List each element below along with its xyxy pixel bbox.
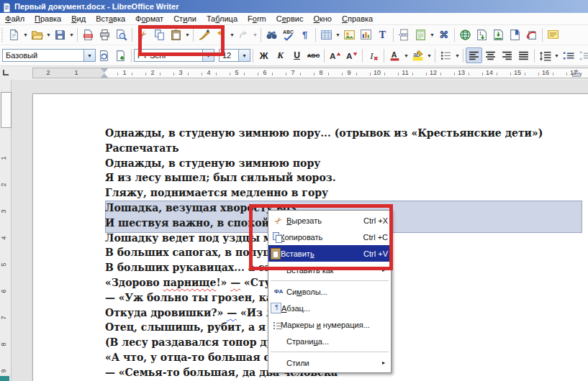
ruler-number: 7: [0, 316, 7, 319]
align-left-button[interactable]: [466, 47, 482, 63]
strikethrough-button[interactable]: ABC: [305, 47, 322, 63]
title-bar[interactable]: Первый документ.docx - LibreOffice Write…: [0, 0, 588, 13]
increase-font-size-button[interactable]: А: [327, 47, 343, 63]
context-menu-item-styles[interactable]: Стили▸: [268, 354, 391, 371]
open-dropdown[interactable]: ▼: [45, 32, 52, 37]
insert-chart-button[interactable]: [358, 27, 374, 43]
spelling-button[interactable]: ABC: [280, 27, 297, 43]
highlight-color-dropdown[interactable]: ▼: [426, 53, 433, 58]
document-text-line[interactable]: «А что, у отца-то большая сем: [105, 352, 285, 363]
paragraph-style-combo[interactable]: Базовый ▼: [2, 49, 96, 62]
track-changes-button[interactable]: [523, 27, 540, 43]
align-center-button[interactable]: [482, 47, 499, 63]
print-preview-button[interactable]: [113, 27, 130, 43]
undo-dropdown[interactable]: ▼: [229, 32, 235, 37]
redo-dropdown[interactable]: ▼: [252, 32, 258, 37]
line-spacing-button[interactable]: [537, 47, 553, 63]
document-text-line[interactable]: Однажды, в студеную зимнюю пору: [105, 157, 320, 169]
formatting-marks-button[interactable]: ¶: [297, 27, 313, 43]
bullets-button[interactable]: [438, 47, 454, 63]
update-style-button[interactable]: [96, 47, 112, 63]
context-menu-item-bullets-numbering[interactable]: Маркеры и нумерация...: [268, 316, 391, 333]
context-menu-item-symbols[interactable]: Символы...: [268, 283, 391, 300]
ruler-number: 11: [402, 69, 408, 76]
menubar-item-window[interactable]: Окно: [308, 14, 337, 24]
document-text-line[interactable]: Однажды, в студеную зимнюю пору... (отры…: [105, 127, 543, 139]
hyperlink-button[interactable]: [457, 27, 474, 43]
document-text-line[interactable]: — «Уж больно ты грозен, как я: [105, 292, 291, 303]
document-text-line[interactable]: Отец, слышишь, рубит, а я от: [105, 321, 282, 333]
insert-field-button[interactable]: [412, 27, 429, 43]
ruler-number: 6: [263, 69, 266, 76]
document-text-line[interactable]: Распечатать: [105, 142, 179, 154]
align-right-button[interactable]: [499, 47, 515, 63]
new-document-dropdown[interactable]: ▼: [22, 32, 29, 37]
italic-icon: K: [277, 50, 284, 61]
context-menu-item-paragraph[interactable]: Абзац...: [268, 300, 391, 316]
font-color-dropdown[interactable]: ▼: [403, 53, 410, 58]
bullets-dropdown[interactable]: ▼: [454, 53, 461, 58]
find-replace-button[interactable]: [263, 27, 280, 43]
underline-button[interactable]: U: [289, 47, 305, 63]
bold-button[interactable]: Ж: [255, 47, 272, 63]
toolbar-drag-handle[interactable]: [1, 28, 4, 42]
menubar-item-table[interactable]: Таблица: [202, 14, 243, 24]
ruler-number: 8: [0, 342, 7, 346]
save-dropdown[interactable]: ▼: [68, 32, 75, 37]
font-color-button[interactable]: А: [386, 47, 403, 63]
paragraph-space-increase-button[interactable]: [560, 47, 576, 63]
menubar-item-edit[interactable]: Правка: [30, 14, 66, 24]
italic-button[interactable]: K: [272, 47, 289, 63]
decrease-font-size-button[interactable]: А: [343, 47, 360, 63]
window-title: Первый документ.docx - LibreOffice Write…: [14, 2, 178, 11]
paragraph-space-decrease-button[interactable]: [576, 47, 588, 63]
paragraph-style-dropdown[interactable]: ▼: [83, 50, 95, 61]
insert-field-dropdown[interactable]: ▼: [429, 32, 435, 37]
new-style-button[interactable]: [112, 47, 129, 63]
document-text-line[interactable]: Откуда дровишки?» — «Из лес: [105, 307, 286, 318]
bookmark-button[interactable]: [507, 27, 523, 43]
insert-image-button[interactable]: [341, 27, 358, 43]
insert-table-dropdown[interactable]: ▼: [335, 32, 341, 37]
footnote-button[interactable]: 1: [474, 27, 490, 43]
vertical-ruler[interactable]: 123456789: [0, 80, 12, 381]
menubar-item-view[interactable]: Вид: [66, 14, 91, 24]
menubar-item-help[interactable]: Справка: [337, 14, 378, 24]
menubar-item-form[interactable]: Form: [243, 14, 271, 24]
insert-table-button[interactable]: [318, 27, 335, 43]
page-break-button[interactable]: [396, 27, 412, 43]
horizontal-ruler[interactable]: 211234567891011121314151617: [0, 66, 588, 80]
save-button[interactable]: [52, 27, 68, 43]
print-button[interactable]: [96, 27, 113, 43]
document-text-line[interactable]: Я из лесу вышел; был сильный мороз.: [105, 172, 336, 183]
clear-formatting-button[interactable]: I: [365, 47, 381, 63]
menubar-item-tools[interactable]: Сервис: [271, 14, 309, 24]
menu-bar: ФайлПравкаВидВставкаФорматСтилиТаблицаFo…: [0, 13, 588, 25]
vertical-ruler-margin-box: [1, 92, 12, 128]
menubar-item-format[interactable]: Формат: [130, 14, 168, 24]
export-pdf-button[interactable]: [80, 27, 96, 43]
indent-marker[interactable]: [100, 68, 109, 78]
line-spacing-dropdown[interactable]: ▼: [553, 53, 560, 58]
document-text-line[interactable]: Гляжу, поднимается медленно в гору: [105, 187, 328, 198]
menubar-item-file[interactable]: Файл: [0, 14, 30, 24]
highlight-color-button[interactable]: ab: [410, 47, 426, 63]
context-menu-item-page[interactable]: Страница...: [268, 333, 391, 349]
tab-stop-selector[interactable]: [3, 70, 9, 75]
menubar-item-insert[interactable]: Вставка: [91, 14, 130, 24]
document-text-line[interactable]: «Здорово парнище!» — «Ступа: [105, 277, 285, 288]
insert-textbox-button[interactable]: T: [374, 27, 391, 43]
document-text-line[interactable]: (В лесу раздавался топор дров: [105, 336, 288, 348]
redo-button[interactable]: [235, 27, 252, 43]
menubar-item-styles[interactable]: Стили: [168, 14, 202, 24]
justify-button[interactable]: [515, 47, 532, 63]
font-size-dropdown[interactable]: ▼: [238, 50, 250, 61]
new-document-button[interactable]: [6, 27, 22, 43]
special-character-button[interactable]: ⌘: [435, 27, 452, 43]
bold-icon: Ж: [260, 50, 268, 61]
symbols-icon: [271, 286, 286, 297]
open-button[interactable]: [29, 27, 45, 43]
endnote-button[interactable]: [490, 27, 507, 43]
ruler-number: 1: [122, 69, 126, 76]
comment-button[interactable]: [545, 27, 561, 43]
